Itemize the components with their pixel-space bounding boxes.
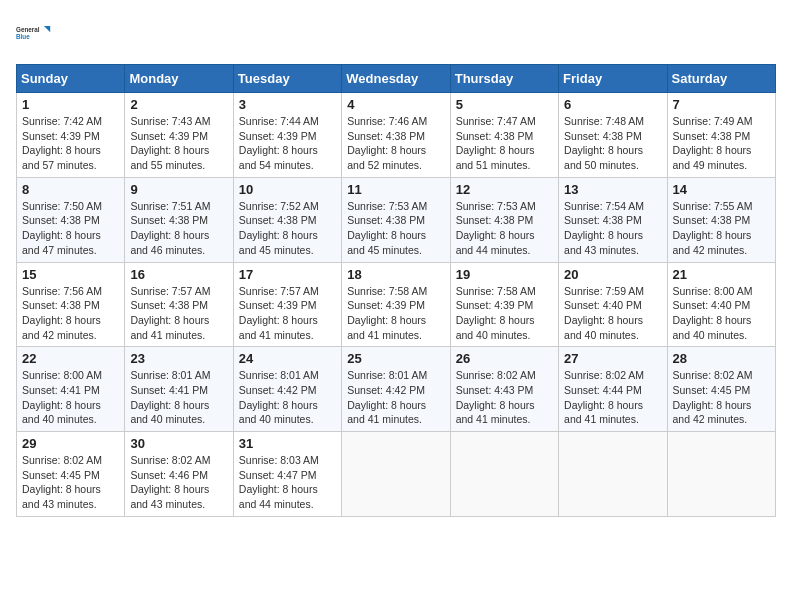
calendar-cell: 30Sunrise: 8:02 AM Sunset: 4:46 PM Dayli… (125, 432, 233, 517)
day-info: Sunrise: 7:43 AM Sunset: 4:39 PM Dayligh… (130, 114, 227, 173)
calendar-cell: 18Sunrise: 7:58 AM Sunset: 4:39 PM Dayli… (342, 262, 450, 347)
calendar-cell: 5Sunrise: 7:47 AM Sunset: 4:38 PM Daylig… (450, 93, 558, 178)
day-info: Sunrise: 7:59 AM Sunset: 4:40 PM Dayligh… (564, 284, 661, 343)
day-number: 28 (673, 351, 770, 366)
calendar-cell: 17Sunrise: 7:57 AM Sunset: 4:39 PM Dayli… (233, 262, 341, 347)
calendar-cell: 23Sunrise: 8:01 AM Sunset: 4:41 PM Dayli… (125, 347, 233, 432)
day-info: Sunrise: 7:56 AM Sunset: 4:38 PM Dayligh… (22, 284, 119, 343)
day-info: Sunrise: 7:53 AM Sunset: 4:38 PM Dayligh… (456, 199, 553, 258)
calendar-cell: 4Sunrise: 7:46 AM Sunset: 4:38 PM Daylig… (342, 93, 450, 178)
day-number: 22 (22, 351, 119, 366)
calendar-cell: 22Sunrise: 8:00 AM Sunset: 4:41 PM Dayli… (17, 347, 125, 432)
day-number: 10 (239, 182, 336, 197)
svg-marker-2 (44, 26, 50, 32)
calendar-cell: 2Sunrise: 7:43 AM Sunset: 4:39 PM Daylig… (125, 93, 233, 178)
day-number: 12 (456, 182, 553, 197)
calendar-week-row: 15Sunrise: 7:56 AM Sunset: 4:38 PM Dayli… (17, 262, 776, 347)
day-number: 3 (239, 97, 336, 112)
day-info: Sunrise: 7:58 AM Sunset: 4:39 PM Dayligh… (347, 284, 444, 343)
day-number: 26 (456, 351, 553, 366)
calendar-cell: 6Sunrise: 7:48 AM Sunset: 4:38 PM Daylig… (559, 93, 667, 178)
calendar-header-tuesday: Tuesday (233, 65, 341, 93)
day-number: 2 (130, 97, 227, 112)
day-number: 24 (239, 351, 336, 366)
calendar-cell: 24Sunrise: 8:01 AM Sunset: 4:42 PM Dayli… (233, 347, 341, 432)
day-info: Sunrise: 8:01 AM Sunset: 4:42 PM Dayligh… (239, 368, 336, 427)
calendar-cell: 29Sunrise: 8:02 AM Sunset: 4:45 PM Dayli… (17, 432, 125, 517)
calendar-cell: 20Sunrise: 7:59 AM Sunset: 4:40 PM Dayli… (559, 262, 667, 347)
day-number: 18 (347, 267, 444, 282)
calendar-cell: 11Sunrise: 7:53 AM Sunset: 4:38 PM Dayli… (342, 177, 450, 262)
day-number: 8 (22, 182, 119, 197)
day-number: 14 (673, 182, 770, 197)
calendar-cell: 26Sunrise: 8:02 AM Sunset: 4:43 PM Dayli… (450, 347, 558, 432)
calendar-cell: 12Sunrise: 7:53 AM Sunset: 4:38 PM Dayli… (450, 177, 558, 262)
day-info: Sunrise: 7:54 AM Sunset: 4:38 PM Dayligh… (564, 199, 661, 258)
day-number: 1 (22, 97, 119, 112)
calendar-cell: 28Sunrise: 8:02 AM Sunset: 4:45 PM Dayli… (667, 347, 775, 432)
day-number: 11 (347, 182, 444, 197)
day-info: Sunrise: 8:00 AM Sunset: 4:41 PM Dayligh… (22, 368, 119, 427)
day-info: Sunrise: 7:44 AM Sunset: 4:39 PM Dayligh… (239, 114, 336, 173)
calendar-week-row: 22Sunrise: 8:00 AM Sunset: 4:41 PM Dayli… (17, 347, 776, 432)
day-info: Sunrise: 7:50 AM Sunset: 4:38 PM Dayligh… (22, 199, 119, 258)
day-info: Sunrise: 8:03 AM Sunset: 4:47 PM Dayligh… (239, 453, 336, 512)
day-number: 16 (130, 267, 227, 282)
calendar-cell: 13Sunrise: 7:54 AM Sunset: 4:38 PM Dayli… (559, 177, 667, 262)
calendar-week-row: 1Sunrise: 7:42 AM Sunset: 4:39 PM Daylig… (17, 93, 776, 178)
calendar-week-row: 29Sunrise: 8:02 AM Sunset: 4:45 PM Dayli… (17, 432, 776, 517)
day-info: Sunrise: 7:42 AM Sunset: 4:39 PM Dayligh… (22, 114, 119, 173)
day-info: Sunrise: 7:49 AM Sunset: 4:38 PM Dayligh… (673, 114, 770, 173)
day-number: 30 (130, 436, 227, 451)
calendar-cell (559, 432, 667, 517)
calendar-cell: 25Sunrise: 8:01 AM Sunset: 4:42 PM Dayli… (342, 347, 450, 432)
calendar-cell: 31Sunrise: 8:03 AM Sunset: 4:47 PM Dayli… (233, 432, 341, 517)
day-number: 17 (239, 267, 336, 282)
day-info: Sunrise: 7:58 AM Sunset: 4:39 PM Dayligh… (456, 284, 553, 343)
day-info: Sunrise: 7:53 AM Sunset: 4:38 PM Dayligh… (347, 199, 444, 258)
calendar-cell (450, 432, 558, 517)
calendar-cell: 21Sunrise: 8:00 AM Sunset: 4:40 PM Dayli… (667, 262, 775, 347)
day-info: Sunrise: 7:48 AM Sunset: 4:38 PM Dayligh… (564, 114, 661, 173)
calendar-cell: 3Sunrise: 7:44 AM Sunset: 4:39 PM Daylig… (233, 93, 341, 178)
day-number: 19 (456, 267, 553, 282)
day-number: 15 (22, 267, 119, 282)
calendar-header-saturday: Saturday (667, 65, 775, 93)
calendar-cell: 27Sunrise: 8:02 AM Sunset: 4:44 PM Dayli… (559, 347, 667, 432)
day-number: 9 (130, 182, 227, 197)
day-number: 20 (564, 267, 661, 282)
day-info: Sunrise: 8:02 AM Sunset: 4:44 PM Dayligh… (564, 368, 661, 427)
day-number: 7 (673, 97, 770, 112)
calendar-cell: 9Sunrise: 7:51 AM Sunset: 4:38 PM Daylig… (125, 177, 233, 262)
day-info: Sunrise: 7:55 AM Sunset: 4:38 PM Dayligh… (673, 199, 770, 258)
calendar-cell: 19Sunrise: 7:58 AM Sunset: 4:39 PM Dayli… (450, 262, 558, 347)
day-number: 31 (239, 436, 336, 451)
logo-icon: GeneralBlue (16, 16, 52, 52)
day-number: 21 (673, 267, 770, 282)
calendar-header-monday: Monday (125, 65, 233, 93)
day-info: Sunrise: 8:02 AM Sunset: 4:46 PM Dayligh… (130, 453, 227, 512)
calendar-header-row: SundayMondayTuesdayWednesdayThursdayFrid… (17, 65, 776, 93)
day-number: 5 (456, 97, 553, 112)
day-number: 23 (130, 351, 227, 366)
calendar-cell: 16Sunrise: 7:57 AM Sunset: 4:38 PM Dayli… (125, 262, 233, 347)
day-number: 6 (564, 97, 661, 112)
calendar-cell: 1Sunrise: 7:42 AM Sunset: 4:39 PM Daylig… (17, 93, 125, 178)
calendar-header-wednesday: Wednesday (342, 65, 450, 93)
day-info: Sunrise: 8:02 AM Sunset: 4:45 PM Dayligh… (22, 453, 119, 512)
day-number: 29 (22, 436, 119, 451)
day-info: Sunrise: 8:01 AM Sunset: 4:41 PM Dayligh… (130, 368, 227, 427)
day-info: Sunrise: 8:02 AM Sunset: 4:43 PM Dayligh… (456, 368, 553, 427)
logo: GeneralBlue (16, 16, 52, 52)
day-number: 25 (347, 351, 444, 366)
calendar-header-thursday: Thursday (450, 65, 558, 93)
day-info: Sunrise: 7:52 AM Sunset: 4:38 PM Dayligh… (239, 199, 336, 258)
calendar-table: SundayMondayTuesdayWednesdayThursdayFrid… (16, 64, 776, 517)
day-number: 27 (564, 351, 661, 366)
day-info: Sunrise: 7:51 AM Sunset: 4:38 PM Dayligh… (130, 199, 227, 258)
calendar-header-friday: Friday (559, 65, 667, 93)
day-info: Sunrise: 7:47 AM Sunset: 4:38 PM Dayligh… (456, 114, 553, 173)
calendar-cell (342, 432, 450, 517)
calendar-week-row: 8Sunrise: 7:50 AM Sunset: 4:38 PM Daylig… (17, 177, 776, 262)
calendar-header-sunday: Sunday (17, 65, 125, 93)
